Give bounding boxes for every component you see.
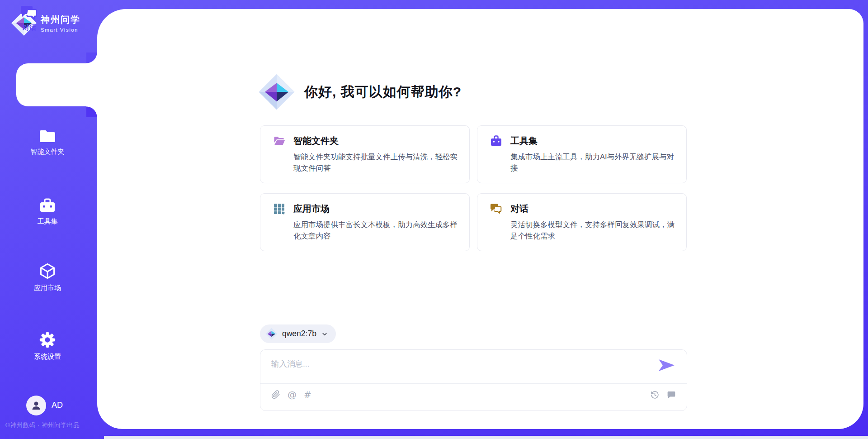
sidebar-item-label: 智能文件夹 [31, 148, 65, 156]
horizontal-scrollbar[interactable] [104, 436, 868, 439]
tab-connector-top [86, 52, 97, 63]
cube-icon [39, 262, 56, 280]
sidebar-item-label: 对话 [23, 24, 36, 32]
grid-icon [273, 203, 285, 215]
sidebar-item-smart-folder[interactable]: 智能文件夹 [9, 129, 86, 156]
sidebar-item-chat[interactable]: 对话 [0, 5, 59, 32]
sidebar-item-toolbox[interactable]: 工具集 [9, 198, 86, 226]
history-button[interactable] [650, 390, 660, 400]
sidebar-item-label: 系统设置 [34, 353, 61, 361]
card-toolbox[interactable]: 工具集 集成市场上主流工具，助力AI与外界无缝扩展与对接 [477, 125, 687, 183]
card-title: 智能文件夹 [293, 135, 339, 147]
user-name: AD [52, 401, 63, 410]
chat-bubble-button[interactable] [667, 390, 676, 399]
main-panel: 你好, 我可以如何帮助你? 智能文件夹 智能文件夹功能支持批量文件上传与清洗，轻… [97, 9, 863, 429]
folder-open-icon [273, 135, 285, 147]
chat-icon [490, 203, 502, 215]
card-title: 工具集 [510, 135, 538, 147]
mention-button[interactable]: @ [288, 390, 297, 399]
card-description: 智能文件夹功能支持批量文件上传与清洗，轻松实现文件问答 [293, 151, 458, 174]
avatar[interactable] [26, 396, 46, 415]
send-button[interactable] [659, 359, 675, 372]
chevron-down-icon [321, 330, 329, 338]
card-title: 应用市场 [293, 203, 330, 215]
card-title: 对话 [510, 203, 528, 215]
gear-icon [39, 331, 56, 348]
card-chat[interactable]: 对话 灵活切换多模型文件，支持多样回复效果调试，满足个性化需求 [477, 193, 687, 251]
composer-divider [260, 383, 687, 384]
card-description: 应用市场提供丰富长文本模板，助力高效生成多样化文章内容 [293, 219, 458, 242]
model-logo-icon [265, 328, 278, 340]
toolbox-icon [490, 135, 502, 147]
sidebar-item-label: 工具集 [38, 217, 58, 226]
copyright-text: ©神州数码 · 神州问学出品 [5, 421, 80, 429]
card-app-market[interactable]: 应用市场 应用市场提供丰富长文本模板，助力高效生成多样化文章内容 [260, 193, 470, 251]
card-description: 灵活切换多模型文件，支持多样回复效果调试，满足个性化需求 [510, 219, 675, 242]
feature-cards: 智能文件夹 智能文件夹功能支持批量文件上传与清洗，轻松实现文件问答 工具集 集成… [260, 125, 687, 251]
card-description: 集成市场上主流工具，助力AI与外界无缝扩展与对接 [510, 151, 675, 174]
sidebar-item-label: 应用市场 [34, 284, 61, 292]
chat-icon [20, 5, 38, 20]
folder-icon [39, 129, 56, 143]
attachment-button[interactable] [271, 390, 280, 400]
assistant-logo [258, 72, 295, 111]
sidebar-item-settings[interactable]: 系统设置 [9, 331, 86, 361]
sidebar-item-app-market[interactable]: 应用市场 [9, 262, 86, 292]
model-name: qwen2:7b [282, 329, 316, 339]
greeting: 你好, 我可以如何帮助你? [258, 72, 462, 111]
card-smart-folder[interactable]: 智能文件夹 智能文件夹功能支持批量文件上传与清洗，轻松实现文件问答 [260, 125, 470, 183]
user-icon [30, 400, 42, 411]
hashtag-button[interactable]: # [304, 390, 311, 399]
toolbox-icon [39, 198, 56, 213]
message-composer: @ # [260, 349, 687, 411]
tab-connector-bottom [86, 106, 97, 117]
greeting-title: 你好, 我可以如何帮助你? [304, 83, 462, 101]
sidebar-item-chat-active-bg [16, 63, 97, 106]
model-selector[interactable]: qwen2:7b [260, 324, 336, 343]
